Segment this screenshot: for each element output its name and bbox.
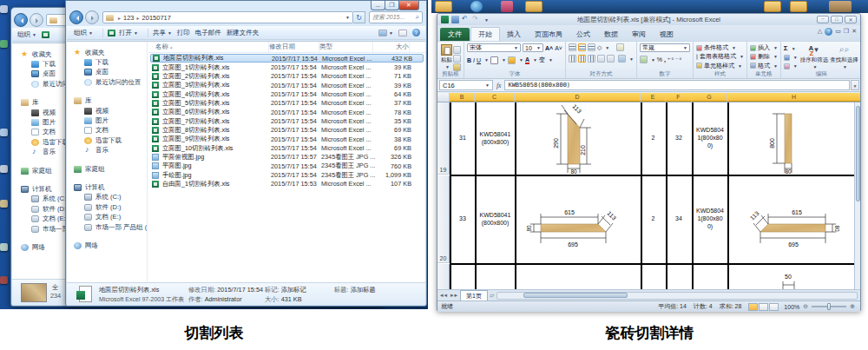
sidebar-item[interactable]: 最近访问的位置 [74,77,147,87]
excel-logo-icon[interactable] [441,16,449,23]
print-button[interactable]: 打印 [177,29,190,37]
column-header[interactable]: G [692,93,727,102]
align-top-icon[interactable] [569,43,576,51]
sidebar-item[interactable]: 系统 (C:) [74,193,147,202]
sidebar-item[interactable]: 音乐 [74,146,147,155]
close-button[interactable] [398,1,419,10]
qat-dropdown-icon[interactable]: ▼ [484,17,489,23]
row-header[interactable]: 20 [437,175,450,263]
font-size-select[interactable]: 10▼ [523,43,543,52]
column-header[interactable]: E [641,93,666,102]
copy-icon[interactable] [453,55,461,63]
ribbon-pin-icon[interactable]: △ [818,28,822,36]
column-header[interactable]: B [450,93,475,102]
file-row[interactable]: 立面图_10切割砖列表.xls 2015/7/17 15:54 Microsof… [150,143,424,152]
sheet-tab[interactable]: 第1页 [460,290,488,301]
tab-file[interactable]: 文件 [440,28,470,41]
desktop-icon[interactable] [0,276,8,284]
name-box[interactable]: C16▼ [439,80,493,90]
italic-button[interactable]: I [473,57,475,63]
search-input[interactable]: 搜索 2015... ⌕ [369,11,423,23]
save-icon[interactable] [451,16,459,23]
sidebar-item[interactable]: 桌面 [74,68,147,77]
file-row[interactable]: 自由面_1切割砖列表.xls 2015/7/17 15:53 Microsoft… [150,180,424,188]
cell-e20[interactable]: 2 [641,175,665,263]
desktop-icon[interactable] [0,200,8,208]
cell-f20[interactable]: 34 [667,175,691,263]
align-right-icon[interactable] [588,55,595,63]
column-header[interactable]: H [727,93,860,102]
undo-icon[interactable] [462,16,470,23]
orientation-icon[interactable]: ◇ [597,44,602,51]
comma-icon[interactable]: , [664,56,666,63]
minimize-button[interactable] [371,1,385,10]
font-color-icon[interactable]: A [525,56,529,64]
sidebar-item[interactable]: 计算机 [74,182,147,192]
sidebar-item[interactable]: 文档 (E:) [74,212,147,221]
insert-sheet-icon[interactable]: ▱ [490,292,494,299]
increase-indent-icon[interactable] [607,55,615,63]
tab-review[interactable]: 审阅 [625,28,653,41]
sidebar-item[interactable]: 市场一部 产品组 (专用) [74,222,147,232]
sidebar-item[interactable]: 库 [74,96,147,106]
formula-expand-icon[interactable]: ▼ [851,80,859,90]
align-center-icon[interactable] [578,55,586,63]
folder-icon[interactable] [764,1,781,12]
phonetic-icon[interactable]: 变 [539,56,545,64]
browser-icon[interactable] [470,1,483,12]
help-icon[interactable]: ? [825,28,832,36]
open-button[interactable]: 打开▼ [108,29,138,37]
paste-button[interactable]: 粘贴▼ [441,43,452,71]
file-row[interactable]: 地面层切割砖列表.xls 2015/7/17 15:54 Microsoft E… [150,54,424,63]
desktop-icon[interactable] [0,243,8,251]
breadcrumb[interactable]: 123 [123,14,135,22]
format-as-table-button[interactable]: 套用表格格式 [700,52,736,61]
maximize-button[interactable] [831,16,843,23]
row-header[interactable]: 19 [437,102,450,175]
file-row[interactable]: 立面图_2切割砖列表.xls 2015/7/17 15:54 Microsoft… [150,72,424,81]
conditional-formatting-button[interactable]: 条件格式 [704,43,728,52]
cell-b19[interactable]: 31 [450,102,475,175]
bold-button[interactable]: B [467,57,471,63]
currency-icon[interactable] [640,56,648,63]
cell-c19[interactable]: KWD58041(800x800) [477,102,514,175]
open-button-icon[interactable] [42,31,49,38]
sidebar-item[interactable]: 下载 [74,57,147,67]
workbook-restore-icon[interactable]: ❐ [844,28,849,36]
tab-view[interactable]: 视图 [653,28,681,41]
cell-f19[interactable]: 32 [667,102,691,175]
vertical-scrollbar[interactable] [854,102,860,289]
redo-icon[interactable] [472,16,480,23]
column-header-name[interactable]: 名称 ▴ [148,42,269,52]
tab-insert[interactable]: 插入 [500,28,528,41]
tab-page-layout[interactable]: 页面布局 [528,28,569,41]
file-row[interactable]: 立面图_9切割砖列表.xls 2015/7/17 15:54 Microsoft… [150,135,424,143]
column-header[interactable]: D [515,93,641,102]
file-row[interactable]: 平面俯视图.jpg 2015/7/17 15:57 2345看图王 JPG ..… [150,153,424,162]
page-layout-view-icon[interactable] [759,303,768,311]
cell-g19[interactable]: KWD58041(800x800) [694,102,727,175]
close-button[interactable] [845,16,857,23]
file-row[interactable]: 立面图_8切割砖列表.xls 2015/7/17 15:54 Microsoft… [150,126,424,135]
address-dropdown-icon[interactable]: ▼ [345,15,350,20]
file-row[interactable]: 立面图_4切割砖列表.xls 2015/7/17 15:54 Microsoft… [150,89,424,98]
zoom-out-icon[interactable]: ⊖ [803,303,808,310]
grow-font-icon[interactable]: A˄ [545,45,553,51]
folder-icon[interactable] [790,1,807,12]
select-all-corner[interactable] [437,93,450,102]
desktop-icon[interactable] [0,165,8,173]
forward-icon[interactable] [85,10,99,24]
number-format-select[interactable]: 常规▼ [640,43,690,52]
tab-formulas[interactable]: 公式 [569,28,597,41]
sidebar-item[interactable]: 家庭组 [74,164,147,174]
file-row[interactable]: 立面图_5切割砖列表.xls 2015/7/17 15:54 Microsoft… [150,99,424,108]
delete-cells-button[interactable]: 删除 [758,52,770,61]
file-row[interactable]: 平面图.jpg 2015/7/17 15:54 2345看图王 JPG ... … [150,162,424,170]
autosum-icon[interactable]: Σ [784,44,788,52]
find-select-button[interactable]: ⌕⌕ 查找和选择▼ [830,43,858,70]
folder-icon[interactable] [435,1,452,12]
cell-b20[interactable]: 33 [450,175,475,263]
column-header[interactable]: C [475,93,515,102]
folder-icon[interactable] [525,1,542,12]
file-row[interactable]: 立面图_1切割砖列表.xls 2015/7/17 15:54 Microsoft… [150,63,424,71]
